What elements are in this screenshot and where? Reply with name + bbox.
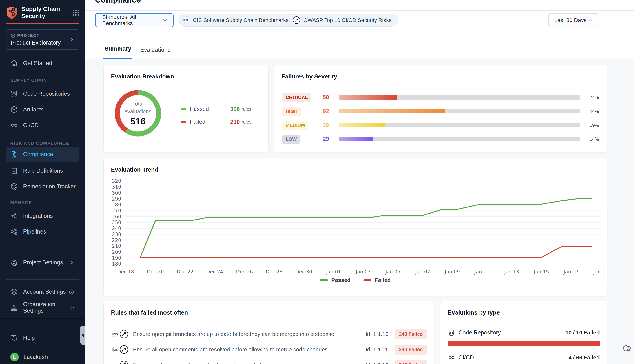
card-title: Evaluation Breakdown xyxy=(111,73,174,80)
evaluations-donut-chart: Total evaluations 516 xyxy=(111,87,165,140)
compliance-document-icon xyxy=(10,150,18,158)
app-grid-icon[interactable] xyxy=(72,8,80,17)
sidebar-item-rule-definitions[interactable]: Rule Definitions xyxy=(6,163,79,178)
svg-text:Jan 11: Jan 11 xyxy=(474,269,489,274)
rule-row[interactable]: CIS Ensure open git branches are up to d… xyxy=(111,326,427,342)
sidebar-collapse-handle[interactable] xyxy=(80,326,86,345)
severity-badge: MEDIUM xyxy=(282,120,308,130)
project-name: Product Exploratory xyxy=(11,40,69,46)
evaluation-trend-card: Evaluation Trend 18019020021022023024025… xyxy=(104,158,607,296)
infinity-icon xyxy=(10,122,18,129)
rules-failed-card: Rules that failed most often CIS xyxy=(104,301,434,364)
cis-benchmark-icon: CIS xyxy=(111,361,119,364)
sidebar-item-artifacts[interactable]: Artifacts xyxy=(6,102,79,117)
page-header: Compliance xyxy=(85,0,634,11)
organization-icon xyxy=(10,304,18,312)
sidebar-item-integrations[interactable]: Integrations xyxy=(6,208,79,224)
severity-percent: 44% xyxy=(587,108,599,114)
rule-description: Ensure all open comments are resolved be… xyxy=(133,346,366,353)
severity-percent: 14% xyxy=(587,136,599,142)
sidebar-item-label: Code Repositories xyxy=(23,90,70,97)
sidebar-item-project-settings[interactable]: Project Settings xyxy=(6,255,79,270)
filter-bar: Standards: All Benchmarks CIS CIS Softwa… xyxy=(85,11,634,34)
svg-text:260: 260 xyxy=(112,214,121,220)
box-tag-icon xyxy=(10,183,18,190)
severity-badge: HIGH xyxy=(282,107,301,116)
svg-text:Jan 13: Jan 13 xyxy=(504,269,519,274)
type-status: 4 / 66 Failed xyxy=(568,354,600,361)
severity-count: 50 xyxy=(323,94,339,100)
sidebar-item-code-repositories[interactable]: Code Repositories xyxy=(6,86,79,102)
svg-text:290: 290 xyxy=(112,196,121,202)
sidebar-item-organization-settings[interactable]: Organization Settings xyxy=(6,300,79,315)
project-label: PROJECT xyxy=(17,33,40,38)
type-result-bar xyxy=(448,341,600,346)
failed-count: 210 xyxy=(230,118,240,125)
sidebar-item-pipelines[interactable]: Pipelines xyxy=(6,224,79,239)
page-title: Compliance xyxy=(95,0,141,4)
sidebar-divider xyxy=(6,279,79,280)
user-name: Lavakush xyxy=(24,354,48,360)
severity-count: 29 xyxy=(323,136,339,142)
sidebar-item-get-started[interactable]: Get Started xyxy=(6,56,79,71)
passed-unit: rules xyxy=(242,106,251,112)
svg-text:240: 240 xyxy=(112,226,121,231)
severity-count: 92 xyxy=(323,108,339,114)
svg-text:Jan 07: Jan 07 xyxy=(415,269,430,274)
chat-float-icon[interactable] xyxy=(622,343,633,354)
sidebar-user[interactable]: L Lavakush xyxy=(6,349,79,364)
shield-logo-icon xyxy=(6,6,18,19)
tab-summary[interactable]: Summary xyxy=(104,45,132,59)
sidebar-item-cicd[interactable]: CI/CD xyxy=(6,118,79,133)
donut-total-value: 516 xyxy=(130,116,145,127)
sidebar-item-compliance[interactable]: Compliance xyxy=(6,147,79,162)
svg-text:220: 220 xyxy=(112,238,121,243)
cis-benchmark-icon: CIS xyxy=(111,345,119,354)
project-selector[interactable]: PROJECT Product Exploratory xyxy=(6,29,79,50)
svg-text:Jan 09: Jan 09 xyxy=(445,269,460,274)
cis-benchmark-icon: CIS xyxy=(182,16,190,24)
svg-text:Dec 20: Dec 20 xyxy=(147,269,164,274)
date-range-select[interactable]: Last 30 Days xyxy=(548,13,598,27)
standards-filter-select[interactable]: Standards: All Benchmarks xyxy=(95,13,174,27)
rule-row[interactable]: CIS Ensure all open comments are resolve… xyxy=(111,342,427,357)
passed-swatch xyxy=(181,108,186,110)
sidebar-item-remediation-tracker[interactable]: Remediation Tracker xyxy=(6,179,79,194)
tab-bar: Summary Evaluations xyxy=(85,34,634,59)
svg-text:CIS: CIS xyxy=(184,19,188,22)
sidebar-item-help[interactable]: Help xyxy=(6,330,79,346)
severity-bar xyxy=(339,109,580,114)
app-title: Supply Chain Security xyxy=(21,6,72,20)
owasp-icon xyxy=(119,360,129,364)
tab-evaluations[interactable]: Evaluations xyxy=(139,46,172,59)
legend-item-passed[interactable]: Passed xyxy=(320,277,351,283)
svg-text:250: 250 xyxy=(112,220,121,225)
rule-row[interactable]: CIS Ensure verifying signed commits of n… xyxy=(111,357,427,364)
severity-count: 39 xyxy=(323,122,339,128)
type-label: CI/CD xyxy=(458,354,568,361)
severity-row-medium: MEDIUM 39 19% xyxy=(282,120,599,130)
cube-icon xyxy=(11,33,16,38)
benchmark-chip-label: CIS Software Supply Chain Benchmarks 1.0 xyxy=(193,17,297,23)
gear-icon xyxy=(10,258,18,266)
svg-text:Dec 30: Dec 30 xyxy=(295,269,312,274)
severity-badge: CRITICAL xyxy=(282,93,311,102)
info-icon xyxy=(69,289,74,294)
legend-item-failed[interactable]: Failed xyxy=(364,277,391,283)
legend-failed: Failed 210 rules xyxy=(181,118,251,125)
rule-failed-badge: 240 Failed xyxy=(395,344,427,355)
severity-percent: 24% xyxy=(587,94,599,100)
severity-bar xyxy=(339,123,580,128)
clipboard-check-icon xyxy=(10,167,18,175)
benchmark-chip-cis[interactable]: CIS CIS Software Supply Chain Benchmarks… xyxy=(179,14,304,26)
severity-percent: 19% xyxy=(587,122,599,128)
sidebar-item-account-settings[interactable]: Account Settings xyxy=(6,284,79,300)
rule-description: Ensure open git branches are up to date … xyxy=(133,331,366,337)
svg-text:270: 270 xyxy=(112,208,121,213)
benchmark-chip-owasp[interactable]: OWASP Top 10 CI/CD Security Risks xyxy=(289,14,398,26)
owasp-icon xyxy=(292,16,300,24)
type-status: 10 / 10 Failed xyxy=(565,330,600,336)
chevron-right-icon xyxy=(69,260,74,265)
avatar: L xyxy=(10,353,19,361)
integrations-icon xyxy=(10,212,18,220)
